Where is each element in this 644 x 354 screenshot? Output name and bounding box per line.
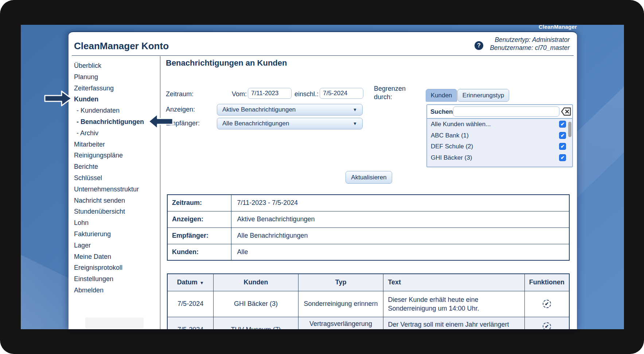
aktualisieren-button[interactable]: Aktualisieren — [346, 171, 392, 184]
cell-datum: 7/5-2024 — [167, 291, 214, 317]
sidebar-divider — [160, 56, 160, 329]
search-input[interactable] — [453, 106, 559, 117]
cell-text: Der Vertrag soll mit einem Jahr verlänge… — [383, 317, 524, 329]
column-header-kunden[interactable]: Kunden — [214, 274, 298, 291]
filter-summary-table: Zeitraum: 7/11-2023 - 7/5-2024 Anzeigen:… — [167, 194, 570, 261]
customer-checkbox[interactable]: ✔ — [559, 143, 566, 150]
user-type-label: Benutzertyp: Administrator — [490, 36, 570, 44]
customer-label: DEF Schule (2) — [431, 143, 473, 150]
sidebar-item-berichte[interactable]: Berichte — [74, 161, 158, 172]
customer-label: GHI Bäcker (3) — [431, 154, 472, 161]
empfaenger-dropdown[interactable]: Alle Benachrichtigungen ▼ — [217, 118, 363, 129]
summary-value: Alle Benachrichtigungen — [231, 227, 569, 244]
sidebar-item-stundenuebersicht[interactable]: Stundenübersicht — [74, 206, 158, 217]
customer-label: Alle Kunden wählen... — [431, 121, 491, 128]
column-header-datum[interactable]: Datum▼ — [167, 274, 214, 291]
column-header-typ[interactable]: Typ — [298, 274, 383, 291]
sidebar-item-fakturierung[interactable]: Fakturierung — [74, 229, 158, 240]
sidebar-item-benachrichtigungen[interactable]: - Benachrichtigungen — [74, 116, 158, 128]
table-header-row: Datum▼ Kunden Typ Text Funktionen — [167, 274, 569, 291]
sidebar-item-meine-daten[interactable]: Meine Daten — [74, 251, 158, 262]
sort-desc-icon: ▼ — [200, 280, 204, 285]
anzeigen-dropdown[interactable]: Aktive Benachrichtigungen ▼ — [217, 104, 363, 116]
desktop-brand-label: CleanManager — [539, 24, 577, 30]
summary-value: 7/11-2023 - 7/5-2024 — [231, 195, 569, 211]
list-item-select-all[interactable]: Alle Kunden wählen... ✔ — [427, 119, 572, 130]
sidebar-item-ereignisprotokoll[interactable]: Ereignisprotokoll — [74, 262, 158, 273]
app-window: CleanManager Konto ? Benutzertyp: Admini… — [69, 31, 577, 329]
summary-label: Kunden: — [167, 244, 231, 260]
summary-value: Aktive Benachrichtigungen — [231, 211, 569, 227]
cell-kunden: TUV Museum (7) — [214, 317, 298, 329]
completed-check-icon[interactable]: ✔ — [543, 322, 551, 330]
sidebar-item-planung[interactable]: Planung — [74, 71, 158, 83]
vom-date-input[interactable] — [248, 88, 292, 99]
zeitraum-label: Zeitraum: — [166, 90, 194, 98]
sidebar-item-nachricht-senden[interactable]: Nachricht senden — [74, 195, 158, 206]
scrollbar-thumb[interactable] — [568, 122, 571, 137]
list-item-customer[interactable]: DEF Schule (2) ✔ — [427, 141, 572, 152]
help-glyph: ? — [477, 42, 481, 48]
customer-filter-panel: Suchen: Alle Kunden wählen... ✔ ABC Bank — [426, 104, 573, 167]
search-row: Suchen: — [427, 105, 572, 119]
tab-kunden[interactable]: Kunden — [426, 89, 457, 102]
help-icon[interactable]: ? — [475, 41, 483, 50]
cell-text: Dieser Kunde erhält heute eine Sonderrei… — [383, 291, 524, 317]
completed-check-icon[interactable]: ✔ — [543, 300, 551, 308]
notifications-table: Datum▼ Kunden Typ Text Funktionen 7/5-20… — [167, 273, 570, 329]
column-header-text[interactable]: Text — [383, 274, 524, 291]
anzeigen-dropdown-value: Aktive Benachrichtigungen — [222, 106, 296, 113]
sidebar-nav: Überblick Planung Zeiterfassung Kunden -… — [74, 60, 158, 296]
summary-label: Empfänger: — [167, 227, 231, 244]
einschl-date-input[interactable] — [320, 88, 363, 99]
customer-checkbox[interactable]: ✔ — [559, 154, 566, 161]
sidebar-item-kundendaten[interactable]: - Kundendaten — [74, 105, 158, 116]
anzeigen-label: Anzeigen: — [166, 106, 195, 113]
list-scrollbar[interactable] — [568, 120, 571, 166]
summary-row: Zeitraum: 7/11-2023 - 7/5-2024 — [167, 195, 569, 211]
list-item-customer[interactable]: ABC Bank (1) ✔ — [427, 130, 572, 141]
sidebar-item-unternehmensstruktur[interactable]: Unternehmensstruktur — [74, 184, 158, 195]
summary-label: Anzeigen: — [167, 211, 231, 227]
sidebar-item-lager[interactable]: Lager — [74, 240, 158, 251]
annotation-arrow-left-benachrichtigungen — [148, 113, 174, 130]
sidebar-item-archiv[interactable]: - Archiv — [74, 128, 158, 139]
search-label: Suchen: — [430, 108, 455, 116]
sidebar-item-einstellungen[interactable]: Einstellungen — [74, 273, 158, 285]
annotation-arrow-right-kunden — [44, 90, 73, 107]
cell-funktionen: ✔ — [524, 291, 569, 317]
sidebar-item-ueberblick[interactable]: Überblick — [74, 60, 158, 71]
page-title: Benachrichtigungen an Kunden — [166, 58, 287, 68]
cell-funktionen: ✔ — [524, 317, 569, 329]
chevron-down-icon: ▼ — [353, 107, 357, 112]
sidebar-item-reinigungsplaene[interactable]: Reinigungspläne — [74, 150, 158, 161]
tab-kunden-label: Kunden — [431, 92, 452, 99]
summary-row: Kunden: Alle — [167, 244, 569, 260]
app-title: CleanManager Konto — [74, 40, 169, 52]
customer-label: ABC Bank (1) — [431, 132, 469, 139]
einschl-label: einschl.: — [294, 90, 319, 98]
chevron-down-icon: ▼ — [353, 121, 357, 126]
sidebar-item-abmelden[interactable]: Abmelden — [74, 285, 158, 296]
sidebar-item-mitarbeiter[interactable]: Mitarbeiter — [74, 139, 158, 150]
aktualisieren-button-label: Aktualisieren — [351, 174, 386, 181]
empfaenger-dropdown-value: Alle Benachrichtigungen — [222, 120, 289, 127]
sidebar-item-zeiterfassung[interactable]: Zeiterfassung — [74, 83, 158, 94]
cell-kunden: GHI Bäcker (3) — [214, 291, 298, 317]
sidebar-item-lohn[interactable]: Lohn — [74, 217, 158, 229]
customer-checkbox[interactable]: ✔ — [559, 121, 566, 128]
customer-checkbox[interactable]: ✔ — [559, 132, 566, 139]
sidebar-item-schluessel[interactable]: Schlüssel — [74, 172, 158, 184]
summary-label: Zeitraum: — [167, 195, 231, 211]
header-divider — [72, 55, 574, 56]
cell-typ: Sonderreinigung erinnern — [298, 291, 383, 317]
tab-erinnerungstyp[interactable]: Erinnerungstyp — [457, 89, 509, 102]
list-item-customer[interactable]: GHI Bäcker (3) ✔ — [427, 152, 572, 164]
customer-list: Alle Kunden wählen... ✔ ABC Bank (1) ✔ D… — [427, 119, 572, 167]
scroll-remnant — [85, 318, 144, 328]
cell-typ: Vertragsverlängerung — [298, 317, 383, 329]
begrenzen-label: Begrenzen durch: — [374, 85, 416, 101]
screenshot-canvas: CleanManager CleanManager Konto ? Benutz… — [0, 0, 644, 354]
clear-search-icon[interactable] — [561, 107, 571, 116]
sidebar-item-kunden[interactable]: Kunden — [74, 94, 158, 105]
